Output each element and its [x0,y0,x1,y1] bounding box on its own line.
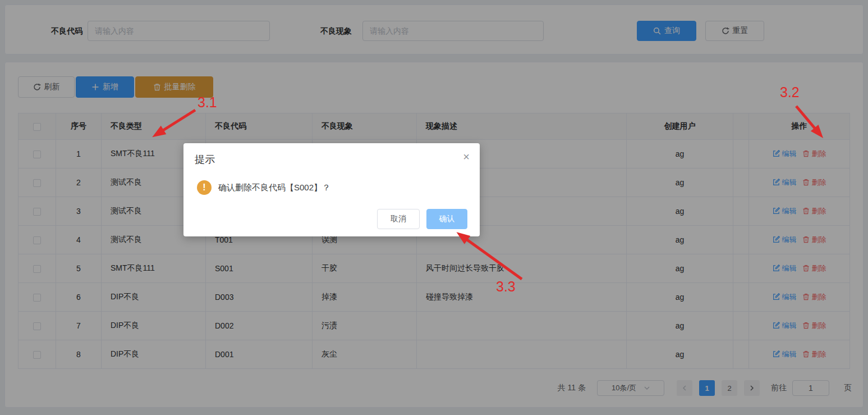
confirm-dialog: 提示 × ! 确认删除不良代码【S002】？ 取消 确认 [183,143,480,236]
confirm-button[interactable]: 确认 [426,209,467,229]
dialog-message: 确认删除不良代码【S002】？ [218,183,330,193]
close-icon[interactable]: × [463,151,470,162]
warning-icon: ! [197,180,212,195]
dialog-title: 提示 [195,153,215,166]
cancel-button[interactable]: 取消 [377,209,420,229]
